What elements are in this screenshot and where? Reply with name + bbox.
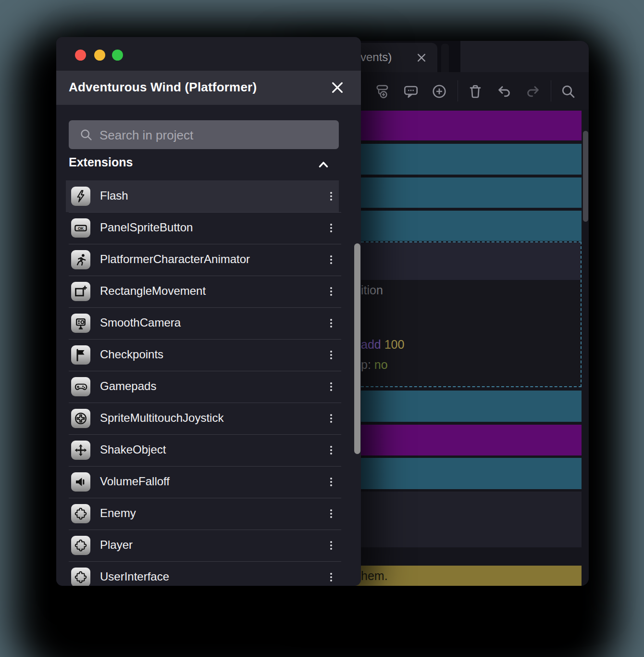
selected-event-text: ition	[361, 283, 383, 297]
traffic-light-minimize-button[interactable]	[94, 50, 105, 61]
window-title-bar	[56, 37, 361, 71]
extension-menu-icon[interactable]	[325, 379, 337, 394]
project-manager-header: Adventurous Wind (Platformer)	[56, 71, 361, 105]
extension-list-item[interactable]: Checkpoints	[66, 339, 339, 371]
extension-list-item[interactable]: SmoothCamera	[66, 307, 339, 339]
extension-menu-icon[interactable]	[325, 253, 337, 267]
add-comment-icon[interactable]	[403, 84, 419, 99]
extension-label: VolumeFalloff	[100, 475, 170, 488]
extension-label: RectangleMovement	[100, 284, 206, 298]
flag-icon	[71, 345, 90, 365]
extension-menu-icon[interactable]	[325, 475, 337, 489]
extension-label: Flash	[100, 189, 128, 202]
extension-list-item[interactable]: Enemy	[66, 498, 339, 530]
next-tab-edge	[441, 44, 449, 72]
close-icon[interactable]	[330, 80, 345, 95]
extension-list-item[interactable]: PanelSpriteButton	[66, 212, 339, 244]
extension-label: Enemy	[100, 506, 136, 520]
traffic-light-close-button[interactable]	[75, 50, 86, 61]
extension-list-item[interactable]: VolumeFalloff	[66, 466, 339, 498]
search-box[interactable]	[69, 120, 339, 149]
puzzle-icon	[71, 568, 90, 586]
extension-menu-icon[interactable]	[325, 316, 337, 330]
undo-icon[interactable]	[496, 84, 512, 99]
extension-label: Gamepads	[100, 379, 156, 393]
add-sub-event-icon[interactable]	[375, 84, 390, 99]
flash-icon	[71, 187, 90, 206]
extension-menu-icon[interactable]	[325, 538, 337, 553]
tab-close-icon[interactable]	[416, 52, 427, 63]
extension-list-item[interactable]: PlatformerCharacterAnimator	[66, 244, 339, 276]
extensions-list: Flash PanelSpriteButton PlatformerCharac…	[66, 180, 339, 586]
extension-menu-icon[interactable]	[325, 284, 337, 299]
toolbar-divider	[458, 80, 458, 101]
extension-label: SpriteMultitouchJoystick	[100, 411, 223, 425]
search-input[interactable]	[99, 120, 331, 150]
extension-list-item[interactable]: UserInterface	[66, 561, 339, 586]
selected-event-action-line: add 100	[361, 338, 404, 352]
extension-menu-icon[interactable]	[325, 189, 337, 203]
extension-label: SmoothCamera	[100, 316, 181, 329]
speaker-icon	[71, 472, 90, 492]
project-title: Adventurous Wind (Platformer)	[69, 80, 257, 95]
move-arrows-icon	[71, 441, 90, 460]
extension-label: PlatformerCharacterAnimator	[100, 253, 250, 266]
extension-label: Player	[100, 538, 133, 552]
add-event-icon[interactable]	[432, 84, 447, 99]
gamepad-icon	[71, 377, 90, 396]
traffic-light-maximize-button[interactable]	[112, 50, 123, 61]
trash-icon[interactable]	[468, 84, 483, 99]
project-manager-scrollbar[interactable]	[354, 243, 360, 454]
events-scrollbar[interactable]	[583, 131, 588, 222]
extension-menu-icon[interactable]	[325, 570, 337, 584]
extension-list-item[interactable]: ShakeObject	[66, 434, 339, 466]
extension-list-item[interactable]: Gamepads	[66, 371, 339, 403]
chevron-up-icon[interactable]	[317, 158, 330, 171]
extension-list-item[interactable]: Player	[66, 530, 339, 561]
extension-label: PanelSpriteButton	[100, 221, 193, 234]
tab-label: vents)	[360, 51, 392, 64]
project-manager-window: Adventurous Wind (Platformer) Extensions…	[56, 37, 361, 586]
extension-label: ShakeObject	[100, 443, 166, 456]
puzzle-icon	[71, 536, 90, 555]
comment-text: hem.	[361, 569, 388, 583]
puzzle-icon	[71, 504, 90, 523]
tab-bar-actions	[460, 41, 589, 72]
search-icon	[79, 128, 93, 141]
extension-menu-icon[interactable]	[325, 221, 337, 235]
extension-label: UserInterface	[100, 570, 169, 583]
camera-icon	[71, 314, 90, 333]
redo-icon[interactable]	[525, 84, 541, 99]
ok-button-icon	[71, 218, 90, 238]
extension-menu-icon[interactable]	[325, 443, 337, 457]
extension-list-item[interactable]: SpriteMultitouchJoystick	[66, 403, 339, 434]
extension-list-item[interactable]: Flash	[66, 180, 339, 212]
extension-list-item[interactable]: RectangleMovement	[66, 276, 339, 307]
extension-label: Checkpoints	[100, 348, 163, 361]
search-icon[interactable]	[560, 84, 576, 99]
toolbar-divider	[551, 80, 551, 101]
joystick-icon	[71, 409, 90, 428]
runner-icon	[71, 250, 90, 269]
extension-menu-icon[interactable]	[325, 411, 337, 426]
extension-menu-icon[interactable]	[325, 348, 337, 362]
rectangle-plus-icon	[71, 282, 90, 301]
extensions-section-label: Extensions	[69, 155, 133, 169]
selected-event-flag-line: p: no	[361, 358, 388, 372]
extension-menu-icon[interactable]	[325, 506, 337, 521]
